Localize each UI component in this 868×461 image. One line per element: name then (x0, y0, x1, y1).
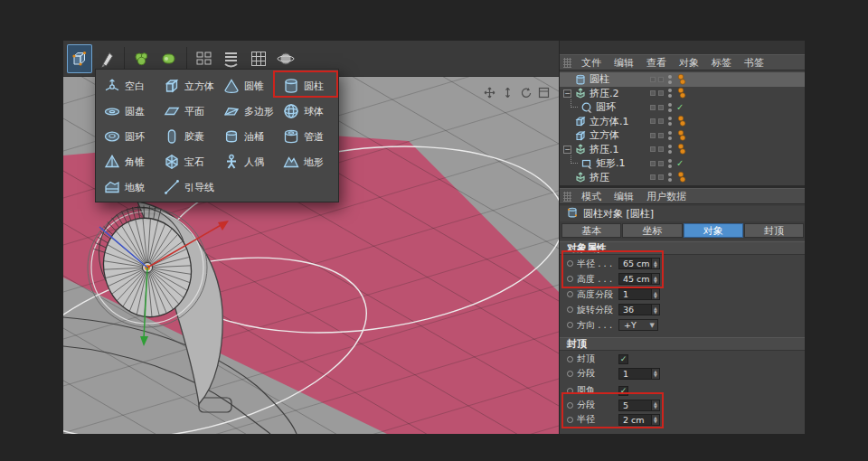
fillet-segments-field[interactable]: 5▲▼ (618, 400, 660, 411)
layer-chip-top[interactable] (650, 161, 656, 166)
spinner-arrows-icon[interactable]: ▲▼ (651, 274, 659, 284)
menu-object[interactable]: 对象 (673, 56, 705, 70)
anim-dot-icon[interactable] (567, 276, 573, 282)
add-primitive-button[interactable] (67, 44, 92, 73)
fillet-enabled-checkbox[interactable]: ✓ (618, 386, 628, 396)
visibility-tag-icon[interactable] (676, 171, 687, 183)
dolly-icon[interactable] (502, 85, 514, 97)
maximize-icon[interactable] (538, 85, 550, 97)
menu-item-sphere[interactable]: 球体 (278, 99, 337, 124)
menu-item-tube[interactable]: 管道 (278, 124, 337, 149)
layer-chip-top[interactable] (650, 105, 656, 110)
object-item-1[interactable]: −挤压.2 (560, 87, 805, 101)
visibility-dots-icon[interactable] (668, 117, 672, 126)
menu-item-cylinder[interactable]: 圆柱 (278, 73, 337, 99)
spinner-arrows-icon[interactable]: ▲▼ (651, 305, 659, 315)
menu-item-disc[interactable]: 圆盘 (99, 99, 158, 124)
menu-item-guide[interactable]: 引导线 (158, 174, 218, 200)
tab-caps[interactable]: 封顶 (744, 223, 804, 238)
anim-dot-icon[interactable] (567, 322, 573, 328)
menu-item-cube[interactable]: 立方体 (158, 73, 218, 99)
menu-item-landscape[interactable]: 地形 (278, 149, 337, 174)
layer-chip-top[interactable] (650, 118, 656, 124)
panel-grip-icon[interactable] (563, 192, 571, 202)
menu-edit[interactable]: 编辑 (608, 190, 640, 203)
menu-mode[interactable]: 模式 (575, 190, 608, 203)
layer-chip-bottom[interactable] (658, 174, 664, 180)
visibility-tag-icon[interactable] (676, 87, 687, 99)
visibility-dots-icon[interactable] (668, 159, 672, 168)
menu-item-oil-tank[interactable]: 油桶 (218, 124, 278, 149)
cap-segments-field[interactable]: 1▲▼ (618, 368, 660, 380)
layer-chip-bottom[interactable] (658, 118, 664, 124)
tab-coords[interactable]: 坐标 (622, 223, 682, 238)
anim-dot-icon[interactable] (567, 306, 573, 313)
menu-item-pyramid[interactable]: 角锥 (99, 149, 158, 174)
visibility-tag-icon[interactable] (676, 115, 687, 127)
object-item-2[interactable]: 圆环✓ (560, 100, 805, 115)
orientation-dropdown[interactable]: +Y▼ (618, 319, 658, 331)
layer-chip-top[interactable] (650, 146, 656, 152)
spinner-arrows-icon[interactable]: ▲▼ (651, 259, 659, 268)
object-item-0[interactable]: 圆柱 (560, 72, 805, 87)
menu-bookmarks[interactable]: 书签 (738, 56, 770, 70)
fillet-radius-field[interactable]: 2 cm▲▼ (618, 414, 660, 426)
layer-chip-bottom[interactable] (658, 133, 664, 138)
layer-chip-bottom[interactable] (658, 77, 664, 82)
menu-item-polygon[interactable]: 多边形 (218, 99, 278, 124)
menu-item-gem[interactable]: 宝石 (158, 149, 218, 174)
visibility-dots-icon[interactable] (668, 145, 672, 154)
object-item-4[interactable]: 立方体 (560, 128, 805, 143)
layer-chip-bottom[interactable] (658, 146, 664, 152)
pan-icon[interactable] (484, 85, 495, 97)
spinner-arrows-icon[interactable]: ▲▼ (651, 369, 659, 379)
object-item-5[interactable]: −挤压.1 (560, 143, 805, 157)
anim-dot-icon[interactable] (567, 356, 573, 362)
anim-dot-icon[interactable] (567, 402, 573, 409)
enable-check-icon[interactable]: ✓ (676, 102, 684, 112)
menu-item-torus[interactable]: 圆环 (99, 124, 158, 149)
visibility-tag-icon[interactable] (676, 129, 687, 142)
layer-chip-top[interactable] (650, 77, 656, 82)
object-item-3[interactable]: 立方体.1 (560, 115, 805, 129)
menu-item-relief[interactable]: 地貌 (99, 174, 158, 200)
height-segments-field[interactable]: 1▲▼ (618, 288, 660, 300)
height-field[interactable]: 45 cm▲▼ (618, 273, 660, 285)
visibility-dots-icon[interactable] (668, 173, 672, 182)
menu-item-plane[interactable]: 平面 (158, 99, 218, 124)
spinner-arrows-icon[interactable]: ▲▼ (651, 400, 659, 410)
menu-tags[interactable]: 标签 (705, 56, 738, 70)
object-item-7[interactable]: 挤压 (560, 171, 805, 185)
spinner-arrows-icon[interactable]: ▲▼ (651, 415, 659, 425)
menu-item-figure[interactable]: 人偶 (218, 149, 278, 174)
visibility-dots-icon[interactable] (668, 75, 672, 84)
menu-view[interactable]: 查看 (640, 56, 673, 70)
spinner-arrows-icon[interactable]: ▲▼ (651, 289, 659, 299)
layer-chip-top[interactable] (650, 90, 656, 96)
menu-user-data[interactable]: 用户数据 (640, 190, 693, 203)
enable-check-icon[interactable]: ✓ (676, 158, 684, 168)
tab-object[interactable]: 对象 (684, 223, 743, 238)
anim-dot-icon[interactable] (567, 260, 573, 267)
object-item-6[interactable]: 矩形.1✓ (560, 156, 805, 171)
radius-field[interactable]: 65 cm▲▼ (618, 258, 660, 269)
menu-file[interactable]: 文件 (575, 56, 608, 70)
visibility-tag-icon[interactable] (676, 143, 687, 155)
menu-edit[interactable]: 编辑 (608, 56, 640, 70)
anim-dot-icon[interactable] (567, 388, 573, 394)
anim-dot-icon[interactable] (567, 291, 573, 297)
visibility-dots-icon[interactable] (668, 103, 672, 112)
collapse-toggle-icon[interactable]: − (563, 146, 571, 154)
layer-chip-bottom[interactable] (658, 105, 664, 110)
rotation-segments-field[interactable]: 36▲▼ (618, 304, 660, 315)
tab-basic[interactable]: 基本 (561, 223, 621, 238)
layer-chip-bottom[interactable] (658, 161, 664, 166)
caps-enabled-checkbox[interactable]: ✓ (618, 354, 628, 364)
visibility-dots-icon[interactable] (668, 131, 672, 140)
layer-chip-top[interactable] (650, 133, 656, 138)
rotate-icon[interactable] (520, 85, 532, 97)
anim-dot-icon[interactable] (567, 417, 573, 423)
visibility-dots-icon[interactable] (668, 89, 672, 98)
visibility-tag-icon[interactable] (676, 73, 687, 86)
panel-grip-icon[interactable] (563, 58, 571, 68)
